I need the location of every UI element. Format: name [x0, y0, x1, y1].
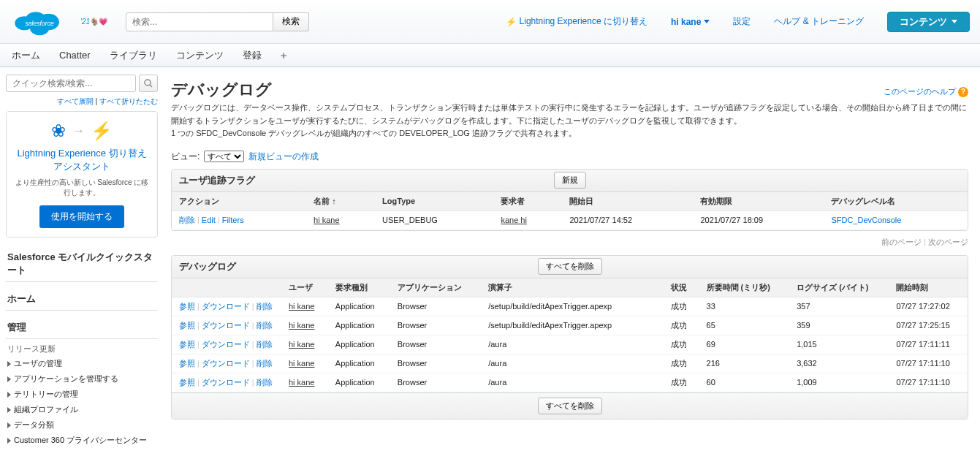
svg-line-6	[150, 85, 152, 87]
user-link[interactable]: hi kane	[289, 378, 314, 387]
view-link[interactable]: 参照	[179, 359, 195, 368]
th-logtype[interactable]: LogType	[375, 192, 493, 211]
delete-link[interactable]: 削除	[257, 378, 273, 387]
cell-expire: 2021/07/27 18:09	[693, 210, 824, 229]
th-reqtype[interactable]: 要求種別	[328, 278, 390, 297]
sidebar-item[interactable]: テリトリーの管理	[6, 387, 158, 402]
cell-app: Browser	[390, 297, 481, 316]
level-link[interactable]: SFDC_DevConsole	[831, 216, 901, 224]
view-link[interactable]: 参照	[179, 321, 195, 330]
cell-status: 成功	[664, 316, 699, 335]
cell-time: 69	[699, 335, 790, 354]
sidebar-item[interactable]: 組織プロファイル	[6, 402, 158, 417]
view-label: ビュー:	[171, 151, 200, 163]
th-op[interactable]: 演算子	[481, 278, 664, 297]
nav-item[interactable]: ホーム	[12, 49, 40, 62]
add-tab-button[interactable]: +	[281, 49, 287, 61]
download-link[interactable]: ダウンロード	[202, 340, 250, 349]
user-link[interactable]: hi kane	[289, 302, 314, 311]
cell-size: 1,015	[789, 335, 889, 354]
view-link[interactable]: 参照	[179, 378, 195, 387]
user-link[interactable]: hi kane	[289, 340, 314, 349]
th-start[interactable]: 開始日	[562, 192, 693, 211]
quick-find-button[interactable]	[139, 75, 158, 92]
download-link[interactable]: ダウンロード	[202, 378, 250, 387]
quick-find-input[interactable]	[6, 75, 136, 92]
help-icon: ?	[958, 87, 968, 97]
promo-start-button[interactable]: 使用を開始する	[39, 205, 124, 228]
collapse-all-link[interactable]: すべて折りたたむ	[99, 97, 158, 105]
sidebar-section[interactable]: ホーム	[6, 288, 158, 311]
view-select[interactable]: すべて	[204, 151, 244, 162]
global-search-button[interactable]: 検索	[273, 12, 309, 31]
user-link[interactable]: hi kane	[314, 216, 339, 224]
th-name[interactable]: 名前 ↑	[306, 192, 375, 211]
delete-link[interactable]: 削除	[257, 321, 273, 330]
user-link[interactable]: hi kane	[289, 359, 314, 368]
prev-page: 前のページ	[881, 238, 922, 246]
sidebar-item[interactable]: アプリケーションを管理する	[6, 371, 158, 387]
nav-item[interactable]: ライブラリ	[110, 49, 157, 62]
th-size[interactable]: ログサイズ (バイト)	[789, 278, 889, 297]
delete-link[interactable]: 削除	[257, 359, 273, 368]
sidebar-item[interactable]: データ分類	[6, 417, 158, 433]
delete-link[interactable]: 削除	[179, 216, 195, 224]
collapsed-icon	[7, 361, 11, 367]
cell-user: hi kane	[281, 373, 328, 392]
user-link[interactable]: hi kane	[289, 321, 314, 330]
salesforce-logo[interactable]: salesforce	[10, 3, 70, 41]
table-row: 参照|ダウンロード|削除hi kaneApplicationBrowser/au…	[172, 373, 968, 392]
expand-all-link[interactable]: すべて展開	[57, 97, 94, 105]
view-link[interactable]: 参照	[179, 340, 195, 349]
cell-user: hi kane	[281, 297, 328, 316]
delete-all-button-bottom[interactable]: すべてを削除	[538, 398, 602, 414]
th-level[interactable]: デバッグレベル名	[824, 192, 968, 211]
sidebar-item[interactable]: ユーザの管理	[6, 356, 158, 371]
delete-all-button[interactable]: すべてを削除	[538, 258, 602, 275]
settings-link[interactable]: 設定	[733, 15, 751, 28]
page-help-link[interactable]: このページのヘルプ?	[884, 87, 968, 96]
setup-sidebar: すべて展開 | すべて折りたたむ ❀→⚡ Lightning Experienc…	[0, 67, 164, 463]
help-training-link[interactable]: ヘルプ & トレーニング	[774, 15, 864, 28]
nav-item[interactable]: 登録	[243, 49, 262, 62]
user-menu[interactable]: hi kane	[671, 17, 710, 27]
th-user[interactable]: ユーザ	[281, 278, 328, 297]
edit-link[interactable]: Edit	[202, 216, 216, 224]
cell-start: 2021/07/27 14:52	[562, 210, 693, 229]
sidebar-section[interactable]: Salesforce モバイルクイックスタート	[6, 246, 158, 282]
th-app[interactable]: アプリケーション	[390, 278, 481, 297]
cell-actions: 参照|ダウンロード|削除	[172, 335, 281, 354]
view-link[interactable]: 参照	[179, 302, 195, 311]
create-view-link[interactable]: 新規ビューの作成	[248, 151, 319, 163]
th-requester[interactable]: 要求者	[493, 192, 562, 211]
sidebar-subheader[interactable]: リリース更新	[6, 339, 158, 356]
release-mascot-icon: '21🐐💗	[80, 4, 115, 39]
global-search-input[interactable]	[126, 12, 273, 31]
download-link[interactable]: ダウンロード	[202, 321, 250, 330]
th-time[interactable]: 所要時間 (ミリ秒)	[699, 278, 790, 297]
cell-user: hi kane	[281, 335, 328, 354]
main-content: デバッグログ このページのヘルプ? デバッグログには、データベース操作、システム…	[164, 67, 980, 463]
requester-link[interactable]: kane hi	[501, 216, 526, 224]
th-expire[interactable]: 有効期限	[693, 192, 824, 211]
contents-app-button[interactable]: コンテンツ	[887, 12, 970, 32]
cell-status: 成功	[664, 335, 699, 354]
delete-link[interactable]: 削除	[257, 302, 273, 311]
nav-item[interactable]: Chatter	[59, 50, 91, 61]
trace-flags-panel: ユーザ追跡フラグ 新規 アクション 名前 ↑ LogType 要求者 開始日 有…	[171, 169, 968, 231]
next-page: 次のページ	[928, 238, 968, 246]
sidebar-item[interactable]: Customer 360 プライバシーセンター	[6, 433, 158, 448]
cell-size: 357	[789, 297, 889, 316]
lightning-switch-link[interactable]: ⚡Lightning Experience に切り替え	[506, 15, 647, 28]
nav-item[interactable]: コンテンツ	[176, 49, 224, 62]
new-trace-button[interactable]: 新規	[554, 172, 586, 189]
th-status[interactable]: 状況	[664, 278, 699, 297]
cell-time: 60	[699, 373, 790, 392]
download-link[interactable]: ダウンロード	[202, 302, 250, 311]
download-link[interactable]: ダウンロード	[202, 359, 250, 368]
th-start[interactable]: 開始時刻	[889, 278, 968, 297]
filters-link[interactable]: Filters	[222, 216, 244, 224]
cell-reqtype: Application	[328, 373, 390, 392]
delete-link[interactable]: 削除	[257, 340, 273, 349]
cell-reqtype: Application	[328, 354, 390, 373]
